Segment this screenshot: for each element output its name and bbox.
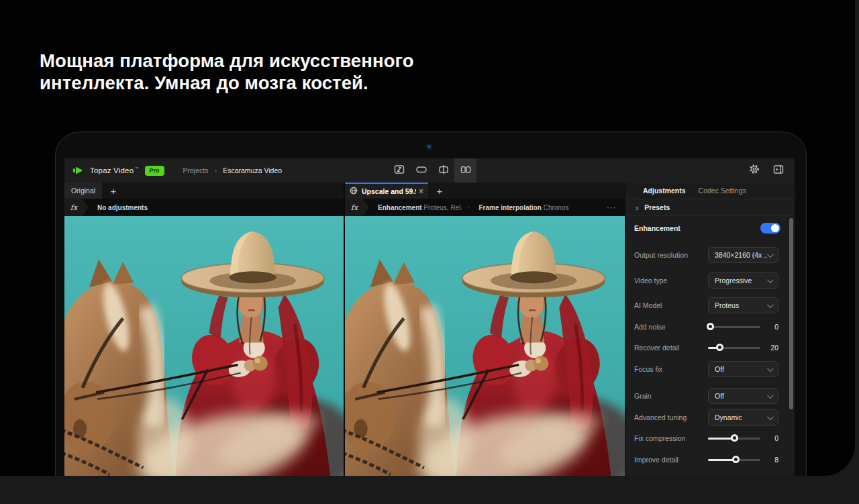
fit-view-icon: [394, 164, 405, 177]
presets-label: Presets: [644, 203, 670, 211]
enhancement-label: Enhancement: [634, 224, 680, 232]
output-resolution-row: Output resolution 3840×2160 (4x ...: [634, 247, 785, 263]
hero-section: Мощная платформа для искусственногоинтел…: [0, 0, 855, 476]
upscale-pane: Upscale and 59.94 × + fx Enhancement Pro…: [345, 183, 625, 476]
panel-tab-bar: Adjustments Codec Settings: [625, 183, 795, 199]
single-view-icon: [416, 164, 427, 177]
toggle-right-panel-button[interactable]: [769, 161, 788, 180]
fix-compression-label: Fix compression: [634, 434, 685, 442]
focus-fix-label: Focus fix: [634, 365, 662, 373]
breadcrumb: Projects › Escaramuza Video: [183, 166, 283, 174]
right-tab-bar: Upscale and 59.94 × +: [345, 183, 625, 199]
add-noise-value: 0: [756, 323, 778, 331]
chevron-down-icon: [767, 392, 774, 399]
page: Мощная платформа для искусственногоинтел…: [0, 0, 859, 504]
ai-model-label: AI Model: [634, 301, 662, 309]
chevron-down-icon: [767, 251, 774, 258]
panel-toggle-icon: [773, 164, 784, 177]
recover-detail-value: 20: [756, 344, 778, 352]
tab-adjustments[interactable]: Adjustments: [643, 187, 686, 195]
slider-handle[interactable]: [707, 323, 714, 330]
app-topbar: Topaz Video™ Pro Projects › Escaramuza V…: [64, 158, 795, 183]
original-pane: Original + fx No adjustments: [64, 183, 344, 476]
enhancement-sphere-icon: [350, 187, 358, 196]
page-title: Мощная платформа для искусственногоинтел…: [40, 50, 469, 94]
fix-compression-slider[interactable]: [708, 430, 760, 446]
recover-detail-row: Recover detail 20: [634, 340, 785, 356]
video-type-select[interactable]: Progressive: [708, 272, 778, 289]
right-adjustments-bar[interactable]: fx Enhancement Proteus, Rel. · Frame int…: [345, 199, 625, 216]
original-video-preview[interactable]: [64, 216, 344, 476]
side-by-side-view-button[interactable]: [454, 158, 476, 183]
advanced-tuning-row: Advanced tuning Dynamic: [634, 409, 785, 425]
presets-row[interactable]: › Presets: [625, 199, 795, 216]
tab-upscale[interactable]: Upscale and 59.94 ×: [345, 183, 428, 199]
camera-dot: [427, 145, 431, 148]
add-noise-label: Add noise: [634, 323, 666, 331]
toggle-knob: [771, 224, 779, 232]
breadcrumb-current: Escaramuza Video: [223, 166, 282, 174]
single-view-button[interactable]: [410, 158, 432, 183]
grain-row: Grain Off: [634, 388, 785, 404]
more-options-icon[interactable]: ···: [607, 203, 617, 212]
summary-separator: ·: [468, 204, 470, 211]
workspace: Original + fx No adjustments: [64, 183, 795, 476]
left-adjustments-bar[interactable]: fx No adjustments: [64, 199, 344, 216]
output-resolution-select[interactable]: 3840×2160 (4x ...: [708, 247, 778, 263]
trademark: ™: [134, 166, 138, 170]
topbar-right-icons: [745, 158, 788, 183]
settings-button[interactable]: [745, 161, 764, 180]
right-new-tab-button[interactable]: +: [428, 183, 451, 199]
ai-model-select[interactable]: Proteus: [708, 297, 778, 313]
grain-select[interactable]: Off: [708, 388, 778, 404]
recover-detail-slider[interactable]: [708, 340, 760, 356]
app-window: Topaz Video™ Pro Projects › Escaramuza V…: [64, 158, 795, 476]
enhancement-summary: Enhancement Proteus, Rel.: [378, 204, 462, 211]
enhancement-toggle[interactable]: [760, 223, 780, 234]
fix-compression-row: Fix compression 0: [634, 430, 785, 446]
improve-detail-row: Improve detail 8: [634, 452, 785, 468]
fx-icon: fx: [345, 199, 369, 216]
breadcrumb-projects[interactable]: Projects: [183, 166, 209, 174]
split-view-icon: [438, 164, 449, 177]
adjustments-panel: Adjustments Codec Settings › Presets Enh…: [625, 183, 795, 476]
video-type-row: Video type Progressive: [634, 272, 785, 289]
tab-upscale-label: Upscale and 59.94: [362, 187, 416, 195]
frame-interpolation-summary: Frame interpolation Chronos: [479, 204, 569, 211]
focus-fix-select[interactable]: Off: [708, 361, 778, 377]
video-type-label: Video type: [634, 276, 667, 285]
chevron-down-icon: [767, 413, 774, 420]
tab-codec-settings[interactable]: Codec Settings: [699, 187, 746, 195]
left-new-tab-button[interactable]: +: [102, 183, 125, 199]
improve-detail-slider[interactable]: [708, 452, 760, 468]
advanced-tuning-label: Advanced tuning: [634, 413, 687, 421]
add-noise-slider[interactable]: [708, 319, 760, 335]
headline-line2: интеллекта. Умная до мозга костей.: [40, 72, 368, 93]
output-resolution-label: Output resolution: [634, 251, 688, 259]
gear-icon: [749, 164, 760, 177]
chevron-down-icon: [767, 365, 774, 372]
brand-group: Topaz Video™ Pro: [73, 166, 164, 176]
headline-line1: Мощная платформа для искусственного: [40, 50, 414, 71]
advanced-tuning-select[interactable]: Dynamic: [708, 409, 778, 425]
upscaled-video-preview[interactable]: [345, 216, 625, 476]
fx-icon: fx: [64, 199, 89, 216]
tab-original[interactable]: Original: [64, 183, 102, 199]
add-noise-row: Add noise 0: [634, 319, 785, 335]
ai-model-row: AI Model Proteus: [634, 297, 785, 313]
enhancement-row: Enhancement: [634, 220, 785, 236]
panel-scrollbar[interactable]: [789, 218, 793, 409]
slider-handle[interactable]: [732, 456, 740, 463]
slider-handle[interactable]: [731, 434, 738, 442]
split-view-button[interactable]: [432, 158, 454, 183]
fit-view-button[interactable]: [388, 158, 410, 183]
brand-name: Topaz Video™: [90, 166, 139, 174]
close-tab-icon[interactable]: ×: [419, 187, 423, 196]
view-mode-group: [388, 158, 476, 183]
breadcrumb-chevron-icon: ›: [214, 166, 217, 174]
slider-handle[interactable]: [716, 344, 723, 351]
left-adjustments-summary: No adjustments: [97, 204, 148, 211]
device-mockup: Topaz Video™ Pro Projects › Escaramuza V…: [55, 132, 807, 476]
improve-detail-value: 8: [756, 456, 778, 464]
pro-badge: Pro: [145, 166, 164, 176]
